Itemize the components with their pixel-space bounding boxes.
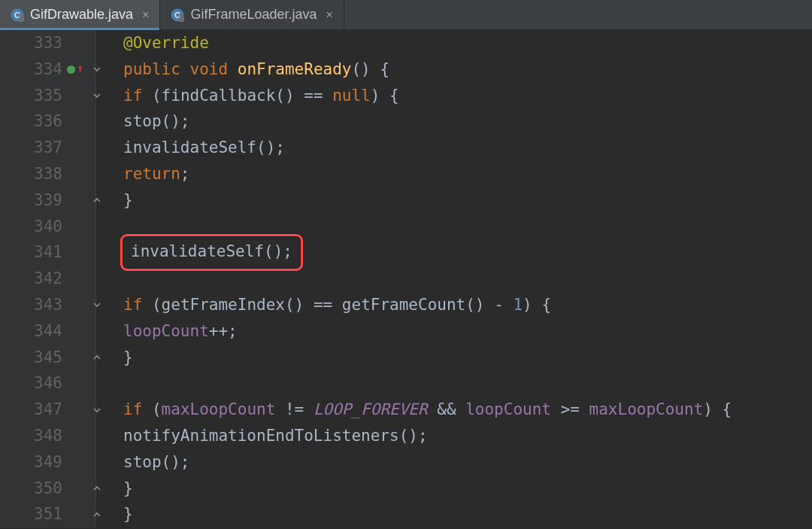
code-token: (); [162,449,190,476]
line-number: 333 [28,30,62,56]
code-content[interactable]: invalidateSelf(); [96,237,300,268]
code-content[interactable]: public void onFrameReady() { [96,56,389,83]
gutter[interactable]: 342 [0,266,96,292]
code-line[interactable]: 335 if (findCallback() == null) { [0,83,812,109]
code-line[interactable]: 333 @Override [0,30,812,56]
override-marker-icon[interactable] [67,65,75,74]
gutter[interactable]: 338 [0,161,96,187]
up-arrow-icon: ↑ [77,63,83,74]
code-line[interactable]: 351 } [0,501,812,527]
fold-open-icon[interactable] [91,90,103,102]
code-content[interactable]: @Override [96,30,209,56]
fold-open-icon[interactable] [91,299,103,311]
line-number: 345 [28,345,62,371]
gutter[interactable]: 348 [0,423,96,449]
gutter[interactable]: 345 [0,345,96,371]
code-line[interactable]: 345 } [0,345,812,371]
gutter[interactable]: 333 [0,30,96,56]
code-line[interactable]: 344 loopCount++; [0,318,812,345]
code-line[interactable]: 339 } [0,187,812,214]
code-token: } [123,345,133,371]
highlighted-callout: invalidateSelf(); [123,237,300,268]
editor-tab[interactable]: CGifDrawable.java× [0,0,160,29]
code-editor[interactable]: 333 @Override334↑ public void onFrameRea… [0,30,812,529]
line-number: 341 [28,239,62,266]
code-token: void [190,56,229,83]
code-line[interactable]: 343 if (getFrameIndex() == getFrameCount… [0,292,812,318]
code-content[interactable]: return; [96,161,190,187]
fold-close-icon[interactable] [91,482,103,494]
line-number: 351 [28,501,62,527]
code-token: (); [162,108,190,135]
code-content[interactable]: notifyAnimationEndToListeners(); [96,423,428,449]
code-line[interactable]: 338 return; [0,161,812,187]
code-content[interactable]: if (maxLoopCount != LOOP_FOREVER && loop… [96,397,732,423]
gutter[interactable]: 339 [0,187,96,214]
fold-open-icon[interactable] [91,404,103,416]
code-content[interactable]: loopCount++; [96,318,238,345]
line-number: 342 [28,266,62,292]
fold-open-icon[interactable] [91,63,103,75]
gutter[interactable]: 336 [0,108,96,135]
code-token: () [351,56,370,83]
code-token: if [123,292,142,318]
code-line[interactable]: 334↑ public void onFrameReady() { [0,56,812,83]
gutter[interactable]: 340 [0,214,96,240]
gutter[interactable]: 349 [0,449,96,476]
code-token: (); [399,423,428,449]
code-line[interactable]: 337 invalidateSelf(); [0,135,812,161]
gutter[interactable]: 351 [0,501,96,527]
code-line[interactable]: 336 stop(); [0,108,812,135]
code-token: public [123,56,180,83]
gutter[interactable]: 335 [0,83,96,109]
line-number: 339 [28,187,62,214]
gutter[interactable]: 337 [0,135,96,161]
code-content[interactable]: invalidateSelf(); [96,135,285,161]
gutter[interactable]: 334↑ [0,56,96,83]
code-token: () [285,292,304,318]
code-line[interactable]: 342 [0,266,812,292]
code-token: null [332,83,371,109]
close-icon[interactable]: × [142,8,149,22]
code-content[interactable]: if (getFrameIndex() == getFrameCount() -… [96,292,551,318]
gutter[interactable]: 344 [0,318,96,345]
code-line[interactable]: 341 invalidateSelf(); [0,239,812,266]
fold-close-icon[interactable] [91,194,103,206]
code-token: loopCount [465,397,551,423]
code-token: invalidateSelf [131,242,264,260]
code-token [228,56,238,83]
code-line[interactable]: 350 } [0,476,812,502]
code-content[interactable]: stop(); [96,449,190,476]
code-token: ) { [523,292,551,318]
line-number: 337 [28,135,62,161]
gutter[interactable]: 343 [0,292,96,318]
gutter[interactable]: 350 [0,476,96,502]
editor-tab[interactable]: CGifFrameLoader.java× [160,0,344,29]
code-token: ) { [703,397,732,423]
code-token: return [123,161,180,187]
code-line[interactable]: 349 stop(); [0,449,812,476]
code-token: { [371,56,389,83]
line-number: 344 [28,318,62,345]
gutter[interactable]: 341 [0,239,96,266]
code-line[interactable]: 340 [0,214,812,240]
fold-close-icon[interactable] [91,351,103,363]
java-class-icon: C [171,8,184,22]
code-token: >= [551,397,589,423]
code-line[interactable]: 346 [0,370,812,397]
fold-close-icon[interactable] [91,509,103,521]
code-content[interactable]: if (findCallback() == null) { [96,83,399,109]
gutter[interactable]: 347 [0,397,96,423]
code-line[interactable]: 347 if (maxLoopCount != LOOP_FOREVER && … [0,397,812,423]
close-icon[interactable]: × [326,8,333,22]
code-token: ) { [371,83,399,109]
code-token: getFrameIndex [162,292,285,318]
line-number: 334 [28,56,62,83]
code-token: ( [142,83,161,109]
line-number: 336 [28,108,62,135]
code-line[interactable]: 348 notifyAnimationEndToListeners(); [0,423,812,449]
code-token: maxLoopCount [162,397,276,423]
code-content[interactable]: stop(); [96,108,190,135]
code-token: != [275,397,314,423]
gutter[interactable]: 346 [0,370,96,397]
